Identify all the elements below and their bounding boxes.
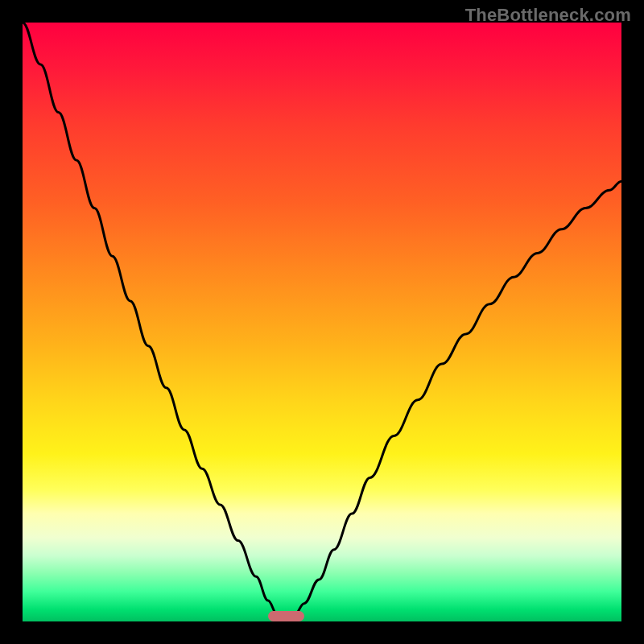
- curve-left-arm: [23, 23, 277, 614]
- bottleneck-marker: [268, 611, 304, 621]
- curve-layer: [23, 23, 621, 621]
- plot-area: [23, 23, 621, 621]
- outer-frame: TheBottleneck.com: [0, 0, 644, 644]
- curve-right-arm: [295, 181, 622, 614]
